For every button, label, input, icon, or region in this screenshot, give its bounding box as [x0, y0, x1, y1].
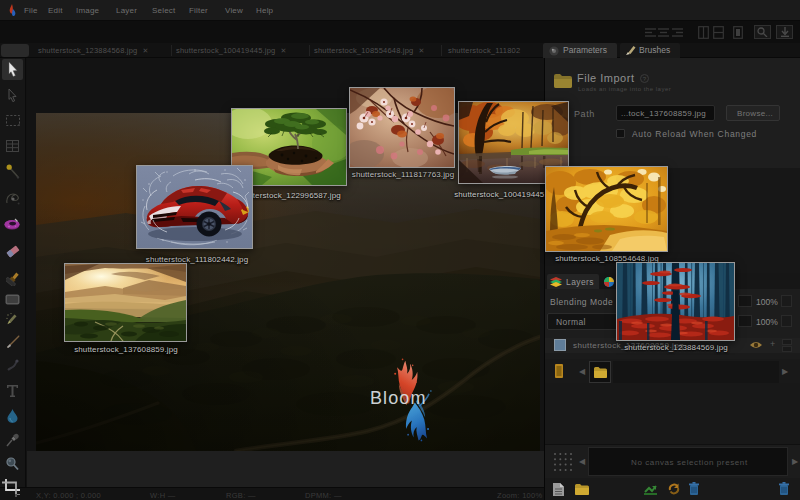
svg-text:Bloom: Bloom: [370, 388, 427, 408]
